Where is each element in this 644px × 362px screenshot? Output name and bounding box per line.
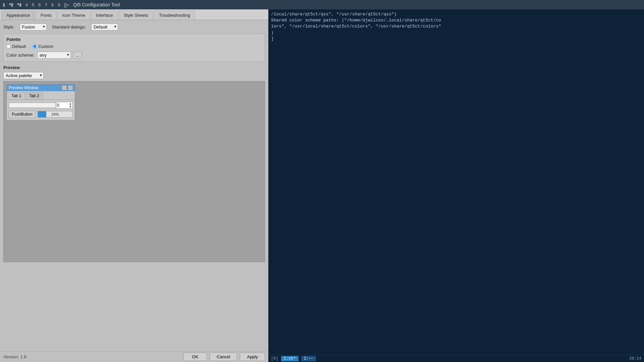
preview-area: Preview Window ─ □ Tab 1 Tab 2 (3, 81, 265, 262)
preview-slider[interactable] (9, 103, 56, 108)
color-scheme-dropdown[interactable]: airy (37, 52, 71, 59)
preview-window-titlebar: Preview Window ─ □ (7, 84, 75, 91)
tmux-num-2: *2 (9, 2, 13, 7)
tmux-num-4: 4 (25, 2, 28, 7)
palette-default-radio[interactable] (6, 44, 11, 49)
preview-spinbox-value: 0 (57, 103, 59, 108)
preview-window-controls: ─ □ (62, 85, 73, 90)
preview-window: Preview Window ─ □ Tab 1 Tab 2 (6, 84, 75, 120)
preview-maximize-button[interactable]: □ (68, 85, 73, 90)
palette-label: Palette (6, 37, 262, 42)
tmux-layout: []= (64, 2, 69, 7)
palette-default-label: Default (12, 44, 26, 49)
preview-label: Preview (3, 65, 265, 70)
apply-button[interactable]: Apply (240, 353, 265, 361)
preview-spinbox-row: 0 ▲ ▼ (9, 102, 73, 109)
tmux-window-1[interactable]: 1:sh* (281, 356, 299, 361)
tmux-num-9: 9 (58, 2, 60, 7)
color-scheme-browse-button[interactable]: ... (73, 52, 82, 59)
standard-dialogs-label: Standard dialogs: (52, 24, 86, 29)
terminal-bottom-bar: [0] 1:sh* 2:~- 20:14 (268, 355, 644, 362)
bottom-bar: Version: 1.8 OK Cancel Apply (0, 351, 268, 362)
preview-buttons-row: PushButton 24% (9, 111, 73, 118)
style-dropdown[interactable]: Fusion (20, 23, 47, 31)
tmux-numbers: 1 *2 *3 4 5 6 7 8 9 []= (3, 2, 69, 7)
palette-default-option[interactable]: Default (6, 44, 26, 49)
color-scheme-row: Color scheme: airy ... (6, 52, 262, 59)
tmux-num-1: 1 (3, 2, 5, 7)
tab-style-sheets[interactable]: Style Sheets (119, 11, 153, 20)
content-area: Style: Fusion Standard dialogs: Default … (0, 20, 268, 351)
spinbox-down-arrow: ▼ (69, 105, 72, 108)
tmux-status-left: [0] 1:sh* 2:~- (271, 356, 316, 361)
palette-custom-option[interactable]: Custom (33, 44, 53, 49)
right-panel: /local/share/qt5ct/qss", "/usr/share/qt5… (268, 9, 644, 362)
preview-spinbox[interactable]: 0 ▲ ▼ (56, 102, 73, 109)
preview-body: 0 ▲ ▼ PushButton (7, 100, 75, 120)
app-title: Qt5 Configuration Tool (73, 2, 120, 7)
tmux-num-3: *3 (17, 2, 21, 7)
preview-minimize-button[interactable]: ─ (62, 85, 67, 90)
preview-progress-bar: 24% (38, 111, 73, 118)
spinbox-up-arrow: ▲ (69, 102, 72, 105)
ok-button[interactable]: OK (183, 353, 207, 361)
tab-interface[interactable]: Interface (91, 11, 118, 20)
tab-troubleshooting[interactable]: Troubleshooting (154, 11, 195, 20)
terminal-content: /local/share/qt5ct/qss", "/usr/share/qt5… (268, 9, 644, 355)
preview-palette-dropdown[interactable]: Active palette (3, 72, 44, 79)
title-bar: 1 *2 *3 4 5 6 7 8 9 []= Qt5 Configuratio… (0, 0, 644, 9)
palette-section: Palette Default Custom Color scheme: air… (3, 34, 265, 62)
preview-tab1[interactable]: Tab 1 (8, 92, 25, 100)
version-text: Version: 1.8 (3, 354, 26, 359)
preview-push-button[interactable]: PushButton (9, 111, 36, 118)
tmux-num-5: 5 (32, 2, 34, 7)
tmux-num-8: 8 (51, 2, 54, 7)
palette-custom-label: Custom (38, 44, 53, 49)
tmux-num-7: 7 (45, 2, 47, 7)
preview-section: Preview Active palette Preview Window ─ … (3, 65, 265, 262)
tmux-num-6: 6 (38, 2, 41, 7)
bottom-buttons: OK Cancel Apply (183, 353, 265, 361)
style-label: Style: (3, 24, 14, 29)
palette-radio-group: Default Custom (6, 44, 262, 49)
preview-spinbox-arrows: ▲ ▼ (69, 102, 72, 108)
preview-palette-row: Active palette (3, 72, 265, 79)
left-panel: Appearance Fonts Icon Theme Interface St… (0, 9, 268, 362)
cancel-button[interactable]: Cancel (210, 353, 237, 361)
tab-icon-theme[interactable]: Icon Theme (57, 11, 90, 20)
preview-progress-fill (38, 111, 46, 117)
preview-window-title: Preview Window (9, 85, 39, 90)
tmux-window-2[interactable]: 2:~- (301, 356, 316, 361)
tab-appearance[interactable]: Appearance (1, 11, 35, 20)
tab-bar: Appearance Fonts Icon Theme Interface St… (0, 9, 268, 20)
standard-dialogs-dropdown[interactable]: Default (91, 23, 118, 31)
style-row: Style: Fusion Standard dialogs: Default (3, 23, 265, 31)
tab-fonts[interactable]: Fonts (36, 11, 57, 20)
palette-custom-radio[interactable] (33, 44, 37, 49)
preview-progress-text: 24% (52, 112, 59, 116)
tmux-status-bracket: [0] (271, 356, 278, 361)
tmux-time: 20:14 (629, 356, 641, 361)
preview-tabs: Tab 1 Tab 2 (7, 91, 75, 100)
color-scheme-label: Color scheme: (6, 53, 35, 58)
main-layout: Appearance Fonts Icon Theme Interface St… (0, 9, 644, 362)
preview-tab2[interactable]: Tab 2 (25, 92, 43, 100)
